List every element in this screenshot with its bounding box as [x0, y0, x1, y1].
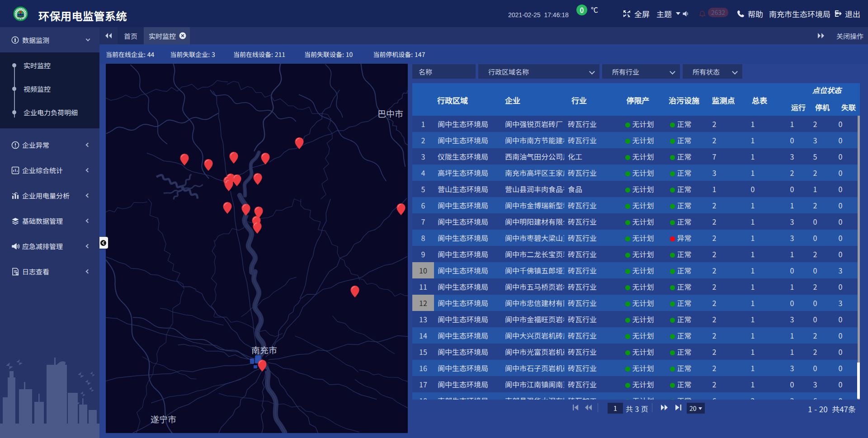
svg-text:巴中市: 巴中市 [377, 107, 403, 119]
svg-text:遂宁市: 遂宁市 [151, 413, 176, 425]
svg-text:南充市: 南充市 [251, 344, 277, 356]
